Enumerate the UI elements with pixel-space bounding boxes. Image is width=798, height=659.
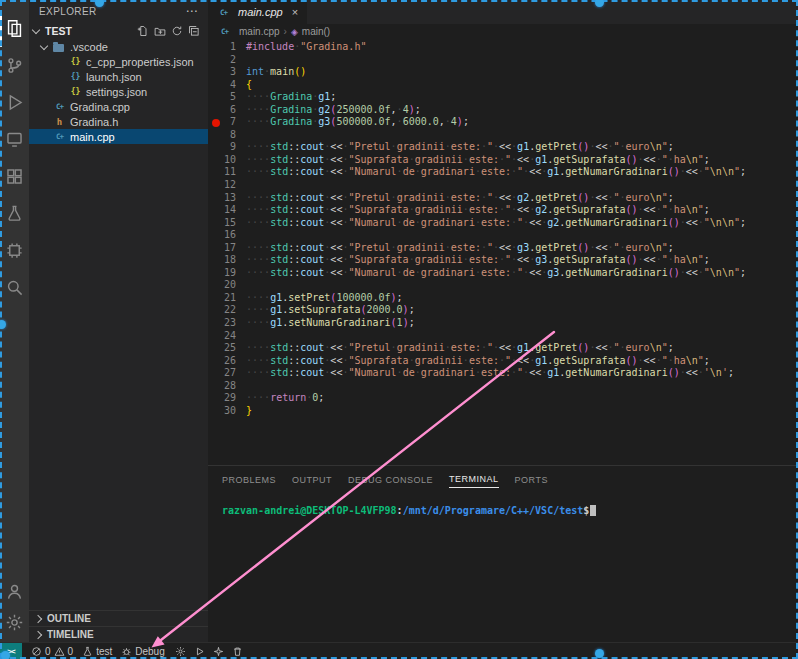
line-gutter[interactable]: 4: [208, 79, 246, 92]
collapse-all-icon[interactable]: [188, 25, 200, 37]
line-gutter[interactable]: 30: [208, 405, 246, 418]
code-line-14[interactable]: 14····std::cout·<<·"Suprafata·gradinii·e…: [208, 204, 798, 217]
line-gutter[interactable]: 19: [208, 267, 246, 280]
line-gutter[interactable]: 9: [208, 141, 246, 154]
code-line-27[interactable]: 27····std::cout·<<·"Numarul·de·gradinari…: [208, 367, 798, 380]
line-gutter[interactable]: 18: [208, 254, 246, 267]
line-gutter[interactable]: 26: [208, 355, 246, 368]
line-gutter[interactable]: 7: [208, 116, 246, 129]
line-gutter[interactable]: 15: [208, 217, 246, 230]
code-line-4[interactable]: 4{: [208, 79, 798, 92]
code-line-7[interactable]: 7····Gradina·g3(500000.0f,·6000.0,·4);: [208, 116, 798, 129]
tree-item-.vscode[interactable]: .vscode: [29, 39, 208, 54]
line-gutter[interactable]: 12: [208, 179, 246, 192]
code-line-9[interactable]: 9····std::cout·<<·"Pretul·gradinii·este:…: [208, 141, 798, 154]
line-gutter[interactable]: 1: [208, 41, 246, 54]
tree-item-Gradina.cpp[interactable]: C+Gradina.cpp: [29, 99, 208, 114]
code-line-18[interactable]: 18····std::cout·<<·"Suprafata·gradinii·e…: [208, 254, 798, 267]
new-folder-icon[interactable]: [154, 25, 166, 37]
panel-tab-terminal[interactable]: TERMINAL: [449, 469, 499, 488]
line-gutter[interactable]: 28: [208, 380, 246, 393]
line-gutter[interactable]: 14: [208, 204, 246, 217]
explorer-icon[interactable]: [0, 10, 29, 47]
workspace-section-header[interactable]: TEST: [29, 22, 208, 39]
line-gutter[interactable]: 13: [208, 192, 246, 205]
gear-icon[interactable]: [175, 646, 186, 657]
code-line-20[interactable]: 20: [208, 279, 798, 292]
remote-explorer-icon[interactable]: [0, 121, 29, 158]
line-gutter[interactable]: 27: [208, 367, 246, 380]
code-line-2[interactable]: 2: [208, 54, 798, 67]
outline-section[interactable]: OUTLINE: [29, 610, 208, 626]
line-gutter[interactable]: 24: [208, 330, 246, 343]
breadcrumb-file[interactable]: main.cpp: [239, 26, 280, 37]
line-gutter[interactable]: 23: [208, 317, 246, 330]
line-gutter[interactable]: 5: [208, 91, 246, 104]
code-line-23[interactable]: 23····g1.setNumarGradinari(1);: [208, 317, 798, 330]
testing-icon[interactable]: [0, 195, 29, 232]
code-line-30[interactable]: 30}: [208, 405, 798, 418]
panel-tab-output[interactable]: OUTPUT: [292, 470, 332, 488]
panel-tab-problems[interactable]: PROBLEMS: [222, 470, 276, 488]
line-gutter[interactable]: 25: [208, 342, 246, 355]
new-file-icon[interactable]: [137, 25, 149, 37]
extension-board-icon[interactable]: [0, 232, 29, 269]
line-gutter[interactable]: 6: [208, 104, 246, 117]
line-gutter[interactable]: 21: [208, 292, 246, 305]
code-line-17[interactable]: 17····std::cout·<<·"Pretul·gradinii·este…: [208, 242, 798, 255]
run-debug-icon[interactable]: [0, 84, 29, 121]
settings-gear-icon[interactable]: [0, 607, 29, 638]
line-gutter[interactable]: 20: [208, 279, 246, 292]
refresh-icon[interactable]: [171, 25, 183, 37]
code-line-3[interactable]: 3int·main(): [208, 66, 798, 79]
code-line-21[interactable]: 21····g1.setPret(100000.0f);: [208, 292, 798, 305]
source-control-icon[interactable]: [0, 47, 29, 84]
code-line-26[interactable]: 26····std::cout·<<·"Suprafata·gradinii·e…: [208, 355, 798, 368]
line-gutter[interactable]: 29: [208, 392, 246, 405]
line-gutter[interactable]: 22: [208, 304, 246, 317]
tree-item-settings.json[interactable]: {}settings.json: [29, 84, 208, 99]
breadcrumb-symbol[interactable]: main(): [302, 26, 330, 37]
code-line-10[interactable]: 10····std::cout·<<·"Suprafata·gradinii·e…: [208, 154, 798, 167]
play-icon[interactable]: [194, 646, 205, 657]
code-line-22[interactable]: 22····g1.setSuprafata(2000.0);: [208, 304, 798, 317]
code-line-5[interactable]: 5····Gradina·g1;: [208, 91, 798, 104]
line-gutter[interactable]: 17: [208, 242, 246, 255]
code-line-11[interactable]: 11····std::cout·<<·"Numarul·de·gradinari…: [208, 166, 798, 179]
breadcrumb[interactable]: C+ main.cpp › ◈ main(): [208, 24, 798, 39]
terminal[interactable]: razvan-andrei@DESKTOP-L4VFP98:/mnt/d/Pro…: [208, 491, 798, 516]
panel-tab-debug-console[interactable]: DEBUG CONSOLE: [348, 470, 433, 488]
line-gutter[interactable]: 10: [208, 154, 246, 167]
sparkle-icon[interactable]: [213, 646, 224, 657]
line-gutter[interactable]: 3: [208, 66, 246, 79]
line-gutter[interactable]: 2: [208, 54, 246, 67]
problems-status[interactable]: 0 0: [31, 646, 73, 657]
code-line-16[interactable]: 16: [208, 229, 798, 242]
extensions-icon[interactable]: [0, 158, 29, 195]
close-icon[interactable]: ×: [292, 6, 298, 18]
panel-tab-ports[interactable]: PORTS: [515, 470, 548, 488]
code-line-8[interactable]: 8: [208, 129, 798, 142]
code-line-28[interactable]: 28: [208, 380, 798, 393]
remote-indicator[interactable]: ><: [0, 643, 22, 659]
tree-item-c_cpp_properties.json[interactable]: {}c_cpp_properties.json: [29, 54, 208, 69]
code-line-15[interactable]: 15····std::cout·<<·"Numarul·de·gradinari…: [208, 217, 798, 230]
code-line-1[interactable]: 1#include·"Gradina.h": [208, 41, 798, 54]
code-line-19[interactable]: 19····std::cout·<<·"Numarul·de·gradinari…: [208, 267, 798, 280]
code-lines[interactable]: 1#include·"Gradina.h"23int·main()4{5····…: [208, 39, 798, 465]
code-line-13[interactable]: 13····std::cout·<<·"Pretul·gradinii·este…: [208, 192, 798, 205]
test-status-item[interactable]: test: [82, 646, 112, 657]
tree-item-Gradina.h[interactable]: hGradina.h: [29, 114, 208, 129]
tab-main-cpp[interactable]: C+ main.cpp ×: [208, 0, 307, 24]
code-line-25[interactable]: 25····std::cout·<<·"Pretul·gradinii·este…: [208, 342, 798, 355]
account-icon[interactable]: [0, 576, 29, 607]
timeline-section[interactable]: TIMELINE: [29, 626, 208, 642]
line-gutter[interactable]: 11: [208, 166, 246, 179]
breakpoint-icon[interactable]: [212, 119, 220, 127]
search-icon[interactable]: [0, 269, 29, 306]
tree-item-launch.json[interactable]: {}launch.json: [29, 69, 208, 84]
code-line-6[interactable]: 6····Gradina·g2(250000.0f,·4);: [208, 104, 798, 117]
trash-icon[interactable]: [232, 646, 243, 657]
code-line-24[interactable]: 24: [208, 330, 798, 343]
code-line-29[interactable]: 29····return·0;: [208, 392, 798, 405]
